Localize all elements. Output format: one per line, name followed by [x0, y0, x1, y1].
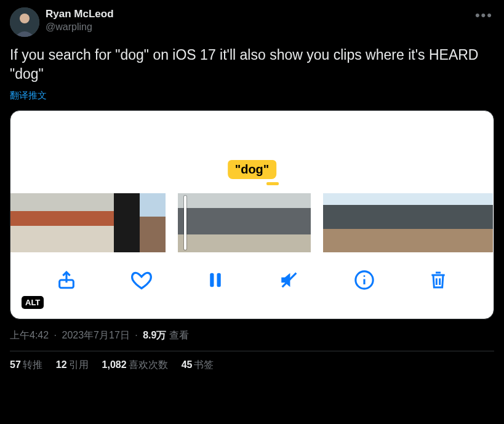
tweet-stats: 57转推 12引用 1,082喜欢次数 45书签 [10, 359, 494, 372]
clip-group-1 [10, 193, 166, 252]
clip-group-2 [178, 193, 311, 252]
clip-thumbnail [244, 193, 278, 252]
clip-thumbnail [62, 193, 88, 252]
views-count: 8.9万 [143, 330, 166, 340]
likes-count: 1,082 [102, 359, 127, 370]
playhead[interactable] [184, 196, 186, 250]
mute-icon[interactable] [278, 270, 300, 290]
clip-thumbnail [380, 193, 408, 252]
likes-stat[interactable]: 1,082喜欢次数 [102, 359, 168, 372]
media-toolbar [10, 252, 494, 308]
quotes-stat[interactable]: 12引用 [56, 359, 89, 372]
bookmarks-count: 45 [182, 359, 193, 370]
likes-label: 喜欢次数 [129, 359, 168, 370]
svg-point-1 [20, 14, 30, 23]
retweets-label: 转推 [23, 359, 42, 370]
bookmarks-label: 书签 [194, 359, 214, 370]
share-icon[interactable] [56, 270, 77, 290]
bookmarks-stat[interactable]: 45书签 [182, 359, 214, 372]
clip-thumbnail [36, 193, 62, 252]
alt-badge[interactable]: ALT [22, 296, 44, 309]
clip-thumbnail [278, 193, 311, 252]
pause-icon[interactable] [206, 270, 225, 290]
svg-rect-4 [217, 273, 220, 287]
tweet-time[interactable]: 上午4:42 [10, 330, 49, 340]
clip-thumbnail [178, 193, 211, 252]
clip-thumbnail [88, 193, 114, 252]
heart-icon[interactable] [130, 269, 153, 291]
retweets-count: 57 [10, 359, 21, 370]
info-icon[interactable] [354, 270, 375, 290]
media-card[interactable]: "dog" [10, 110, 494, 319]
more-icon[interactable]: ••• [475, 7, 493, 23]
views-label: 查看 [169, 330, 189, 340]
svg-rect-3 [210, 273, 214, 287]
meta-separator: · [54, 330, 57, 340]
author-names: Ryan McLeod @warpling [46, 7, 114, 34]
retweets-stat[interactable]: 57转推 [10, 359, 42, 372]
caption-bubble: "dog" [228, 160, 277, 179]
translate-link[interactable]: 翻译推文 [10, 90, 494, 102]
tweet-date[interactable]: 2023年7月17日 [62, 330, 130, 340]
clip-thumbnail [351, 193, 380, 252]
clip-thumbnail [10, 193, 36, 252]
clip-thumbnail [211, 193, 244, 252]
svg-point-8 [364, 275, 366, 277]
display-name[interactable]: Ryan McLeod [46, 7, 114, 21]
quotes-count: 12 [56, 359, 67, 370]
clip-group-3 [323, 193, 493, 252]
clip-thumbnail [408, 193, 436, 252]
caption-tick [266, 182, 279, 185]
clip-thumbnail [323, 193, 351, 252]
tweet-container: Ryan McLeod @warpling ••• If you search … [0, 0, 504, 372]
clip-thumbnail [114, 193, 140, 252]
tweet-meta: 上午4:42 · 2023年7月17日 · 8.9万 查看 [10, 329, 494, 342]
tweet-header: Ryan McLeod @warpling ••• [10, 7, 494, 37]
media-top-area: "dog" [10, 111, 494, 193]
divider [10, 351, 494, 351]
tweet-text: If you search for "dog" on iOS 17 it'll … [10, 46, 494, 84]
meta-separator: · [135, 330, 137, 340]
video-timeline[interactable] [10, 193, 494, 252]
clip-thumbnail [140, 193, 166, 252]
handle[interactable]: @warpling [46, 21, 114, 34]
clip-thumbnail [436, 193, 465, 252]
clip-thumbnail [465, 193, 493, 252]
quotes-label: 引用 [69, 359, 89, 370]
trash-icon[interactable] [428, 270, 448, 290]
avatar[interactable] [10, 7, 39, 37]
